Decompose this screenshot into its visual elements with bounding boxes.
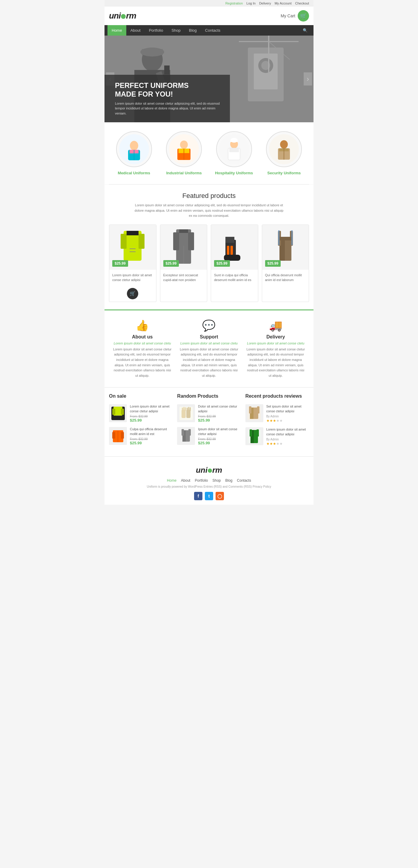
product-desc-1: Lorem ipsum dolor sit amet conse ctetur …: [109, 270, 156, 285]
product-card-4: $25.99 Qui officia deserunt mollit anim …: [262, 224, 309, 302]
nav-home[interactable]: Home: [107, 25, 126, 36]
on-sale-product-2-info: Culpa qui officia deserunt mollit anim i…: [130, 427, 173, 445]
svg-rect-85: [249, 406, 251, 413]
random-product-1-name: Dolor sit amet conse ctetur adipisi: [198, 404, 241, 413]
on-sale-product-1: Lorem ipsum dolor sit amet conse ctetur …: [109, 404, 173, 423]
svg-rect-27: [229, 148, 239, 152]
product-card-3: $25.99 Sunt in culpa qui officia deserun…: [211, 224, 258, 302]
svg-rect-55: [279, 237, 291, 240]
nav-portfolio[interactable]: Portfolio: [145, 25, 168, 36]
nav-about[interactable]: About: [126, 25, 145, 36]
svg-rect-50: [231, 246, 233, 255]
category-medical-label: Medical Uniforms: [112, 171, 156, 175]
product-image-4: $25.99: [262, 225, 309, 270]
price-badge-3: $25.99: [214, 260, 230, 267]
hero-next-arrow[interactable]: ›: [304, 72, 312, 86]
thumbsup-icon: 👍: [112, 319, 172, 332]
category-hospitality[interactable]: Hospitality Uniforms: [212, 131, 256, 175]
svg-rect-36: [120, 234, 127, 249]
svg-rect-81: [188, 429, 191, 436]
info-support: 💬 Support Lorem ipsum dolor sit amet con…: [179, 319, 239, 378]
on-sale-product-1-name: Lorem ipsum dolor sit amet conse ctetur …: [130, 404, 173, 413]
recent-review-2-info: Lorem ipsum dolor sit amet conse ctetur …: [266, 427, 309, 446]
info-delivery-title: Delivery: [246, 334, 306, 340]
footer-nav-home[interactable]: Home: [167, 478, 176, 483]
category-hospitality-image: [216, 131, 252, 167]
on-sale-product-2: Culpa qui officia deserunt mollit anim i…: [109, 427, 173, 445]
random-product-1-price: $25.99: [198, 418, 241, 423]
svg-rect-74: [186, 407, 188, 411]
on-sale-title: On sale: [109, 394, 173, 401]
category-medical[interactable]: Medical Uniforms: [112, 131, 156, 175]
random-product-1: Dolor sit amet conse ctetur adipisi From…: [177, 404, 241, 423]
footer-nav-about[interactable]: About: [181, 478, 190, 483]
cart-button[interactable]: 🛒: [298, 10, 309, 22]
hero-text: Lorem ipsum dolor sit amet conse ctetur …: [115, 101, 222, 116]
add-to-cart-1[interactable]: 🛒: [127, 288, 138, 299]
on-sale-product-1-price: $25.99: [130, 418, 173, 423]
random-product-1-image: [177, 404, 195, 422]
product-image-1: $25.99: [109, 225, 156, 270]
svg-rect-6: [164, 65, 170, 74]
category-industrial[interactable]: Industrial Uniforms: [162, 131, 206, 175]
random-product-1-info: Dolor sit amet conse ctetur adipisi From…: [198, 404, 241, 423]
svg-point-15: [130, 141, 138, 150]
info-about-subtitle: Lorem ipsum dolor sit amet conse ctetu: [112, 341, 172, 345]
svg-rect-65: [112, 432, 115, 439]
svg-rect-76: [189, 407, 191, 411]
rss-icon[interactable]: ◯: [216, 492, 224, 500]
svg-rect-72: [183, 407, 184, 411]
footer-credit: Uniform is proudly powered by WordPress …: [109, 485, 309, 488]
svg-rect-68: [179, 407, 193, 420]
cart-area: My Cart 🛒: [281, 10, 309, 22]
svg-rect-29: [231, 140, 238, 142]
hero-overlay: PERFECT UNIFORMSMADE FOR YOU! Lorem ipsu…: [104, 75, 230, 122]
recent-reviews-title: Recent products reviews: [245, 394, 309, 401]
delivery-link[interactable]: Delivery: [259, 1, 271, 5]
main-nav: Home About Portfolio Shop Blog Contacts …: [104, 25, 314, 36]
random-product-2-price: $25.99: [198, 441, 241, 445]
hero-title: PERFECT UNIFORMSMADE FOR YOU!: [115, 81, 222, 99]
products-grid: $25.99 Lorem ipsum dolor sit amet conse …: [109, 224, 309, 302]
random-product-1-old-price: From: $32.99: [198, 415, 241, 418]
svg-rect-91: [256, 429, 259, 437]
facebook-icon[interactable]: f: [194, 492, 202, 500]
svg-rect-86: [257, 406, 259, 413]
product-desc-4: Qui officia deserunt mollit anim id est …: [262, 270, 309, 285]
nav-blog[interactable]: Blog: [185, 25, 201, 36]
login-link[interactable]: Log In: [246, 1, 255, 5]
info-delivery-text: Lorem ipsum dolor sit amet conse ctetur …: [246, 347, 306, 378]
info-delivery-subtitle: Lorem ipsum dolor sit amet conse ctetu: [246, 341, 306, 345]
twitter-icon[interactable]: t: [205, 492, 213, 500]
svg-rect-71: [182, 407, 183, 411]
on-sale-product-2-name: Culpa qui officia deserunt mollit anim i…: [130, 427, 173, 436]
myaccount-link[interactable]: My Account: [275, 1, 292, 5]
svg-point-31: [280, 140, 288, 149]
checkout-link[interactable]: Checkout: [295, 1, 309, 5]
recent-review-1-info: Set ipsum dolor sit amet conse ctetur ad…: [266, 404, 309, 423]
nav-contacts[interactable]: Contacts: [201, 25, 224, 36]
random-product-2-name: Ipsum dolor sit amet conse ctetur adipis…: [198, 427, 241, 436]
truck-icon: 🚚: [246, 319, 306, 332]
svg-rect-60: [112, 409, 115, 415]
recent-review-1-name: Set ipsum dolor sit amet conse ctetur ad…: [266, 404, 309, 413]
price-badge-1: $25.99: [112, 260, 128, 267]
info-delivery: 🚚 Delivery Lorem ipsum dolor sit amet co…: [246, 319, 306, 378]
category-hospitality-label: Hospitality Uniforms: [212, 171, 256, 175]
random-product-2-image: [177, 427, 195, 445]
chat-icon: 💬: [179, 319, 239, 332]
footer-nav-blog[interactable]: Blog: [225, 478, 233, 483]
category-security[interactable]: Security Uniforms: [262, 131, 306, 175]
bottom-section: On sale Lorem ipsum dolor sit amet conse…: [104, 387, 314, 456]
registration-link[interactable]: Registration: [225, 1, 243, 5]
logo[interactable]: unirm: [109, 11, 136, 21]
search-icon[interactable]: 🔍: [300, 25, 311, 36]
recent-review-1: Set ipsum dolor sit amet conse ctetur ad…: [245, 404, 309, 423]
footer-nav-shop[interactable]: Shop: [212, 478, 221, 483]
svg-rect-4: [142, 49, 163, 55]
footer-nav-portfolio[interactable]: Portfolio: [195, 478, 208, 483]
on-sale-product-1-image: [109, 404, 127, 422]
footer-nav-contacts[interactable]: Contacts: [237, 478, 251, 483]
recent-review-2-name: Lorem ipsum dolor sit amet conse ctetur …: [266, 427, 309, 437]
nav-shop[interactable]: Shop: [167, 25, 184, 36]
